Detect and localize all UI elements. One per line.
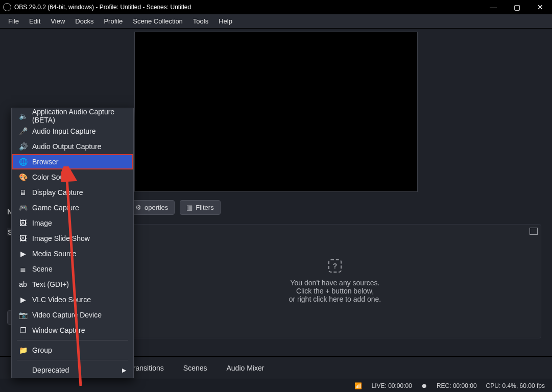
context-item-application-audio-capture-beta[interactable]: 🔈Application Audio Capture (BETA) — [12, 108, 133, 124]
context-item-media-source[interactable]: ▶Media Source — [12, 246, 133, 261]
separator — [17, 340, 128, 340]
status-live: LIVE: 00:00:00 — [371, 382, 412, 389]
context-item-image[interactable]: 🖼Image — [12, 215, 133, 231]
app-audio-icon: 🔈 — [19, 112, 27, 120]
menubar: File Edit View Docks Profile Scene Colle… — [0, 14, 552, 29]
speaker-icon: 🔊 — [19, 142, 27, 151]
context-item-window-capture[interactable]: ❐Window Capture — [12, 323, 133, 338]
context-item-label: Scene — [32, 265, 53, 273]
display-icon: 🖥 — [19, 188, 27, 197]
context-item-label: Deprecated — [32, 366, 69, 374]
context-item-audio-input-capture[interactable]: 🎤Audio Input Capture — [12, 124, 133, 139]
window-icon: ❐ — [19, 326, 27, 334]
dock-audio-mixer[interactable]: Audio Mixer — [221, 361, 271, 375]
camera-icon: 📷 — [19, 311, 27, 319]
context-item-scene[interactable]: ≣Scene — [12, 261, 133, 277]
context-item-deprecated[interactable]: Deprecated ▶ — [12, 362, 133, 378]
menu-profile[interactable]: Profile — [99, 14, 128, 28]
status-rec: REC: 00:00:00 — [437, 382, 477, 389]
context-item-label: VLC Video Source — [32, 296, 91, 304]
context-item-image-slide-show[interactable]: 🖼Image Slide Show — [12, 231, 133, 246]
image-icon: 🖼 — [19, 219, 27, 227]
context-item-browser[interactable]: 🌐Browser — [12, 154, 133, 169]
sources-empty-line1: You don't have any sources. — [291, 279, 380, 287]
maximize-button[interactable]: ▢ — [505, 0, 529, 14]
context-item-label: Video Capture Device — [32, 311, 102, 319]
menu-help[interactable]: Help — [213, 14, 237, 28]
mic-icon: 🎤 — [19, 127, 27, 135]
text-icon: ab — [19, 280, 27, 288]
record-icon: ⏺ — [421, 382, 427, 389]
preview-canvas[interactable] — [134, 32, 418, 192]
gear-icon: ⚙ — [135, 204, 141, 211]
chevron-right-icon: ▶ — [122, 367, 126, 374]
menu-tools[interactable]: Tools — [188, 14, 213, 28]
context-item-label: Game Capture — [32, 204, 79, 212]
sources-panel[interactable]: ? You don't have any sources. Click the … — [129, 224, 541, 338]
properties-partial-label: operties — [145, 204, 168, 211]
play-icon: ▶ — [19, 250, 27, 258]
context-item-audio-output-capture[interactable]: 🔊Audio Output Capture — [12, 139, 133, 154]
context-item-label: Image Slide Show — [32, 234, 90, 242]
separator — [17, 360, 128, 360]
context-item-label: Media Source — [32, 250, 76, 258]
context-item-vlc-video-source[interactable]: ▶VLC Video Source — [12, 292, 133, 307]
minimize-button[interactable]: — — [482, 0, 505, 14]
sources-empty-line3: or right click here to add one. — [289, 295, 381, 303]
context-item-color-source[interactable]: 🎨Color Source — [12, 169, 133, 185]
filters-button[interactable]: ▥ Filters — [180, 200, 220, 215]
menu-view[interactable]: View — [45, 14, 70, 28]
context-item-group[interactable]: 📁 Group — [12, 342, 133, 358]
context-item-text-gdi[interactable]: abText (GDI+) — [12, 277, 133, 292]
filters-icon: ▥ — [186, 204, 193, 211]
close-button[interactable]: ✕ — [529, 0, 552, 14]
context-item-label: Group — [32, 346, 52, 354]
obs-logo-icon — [3, 3, 11, 11]
popout-icon[interactable] — [530, 228, 538, 235]
filters-label: Filters — [196, 204, 213, 211]
gamepad-icon: 🎮 — [19, 204, 27, 212]
sources-empty-line2: Click the + button below, — [296, 287, 374, 295]
context-item-label: Display Capture — [32, 188, 83, 197]
status-bar: 📶 LIVE: 00:00:00 ⏺ REC: 00:00:00 CPU: 0.… — [0, 379, 552, 392]
context-item-label: Image — [32, 219, 52, 227]
context-item-label: Text (GDI+) — [32, 280, 69, 288]
context-item-label: Application Audio Capture (BETA) — [32, 108, 126, 124]
folder-icon: 📁 — [19, 346, 27, 354]
window-title: OBS 29.0.2 (64-bit, windows) - Profile: … — [14, 4, 482, 11]
play-icon: ▶ — [19, 296, 27, 304]
signal-icon: 📶 — [354, 382, 362, 389]
menu-docks[interactable]: Docks — [70, 14, 99, 28]
titlebar: OBS 29.0.2 (64-bit, windows) - Profile: … — [0, 0, 552, 14]
context-item-label: Browser — [32, 158, 58, 166]
question-icon: ? — [328, 259, 342, 273]
context-item-game-capture[interactable]: 🎮Game Capture — [12, 200, 133, 215]
context-item-label: Audio Input Capture — [32, 127, 96, 135]
menu-edit[interactable]: Edit — [24, 14, 45, 28]
context-item-label: Window Capture — [32, 326, 85, 334]
slideshow-icon: 🖼 — [19, 234, 27, 242]
menu-file[interactable]: File — [3, 14, 24, 28]
context-item-label: Color Source — [32, 173, 74, 181]
properties-button[interactable]: ⚙ operties — [129, 200, 175, 215]
globe-icon: 🌐 — [19, 158, 27, 166]
context-item-display-capture[interactable]: 🖥Display Capture — [12, 185, 133, 200]
color-icon: 🎨 — [19, 173, 27, 181]
status-cpu: CPU: 0.4%, 60.00 fps — [486, 382, 545, 389]
menu-scene-collection[interactable]: Scene Collection — [128, 14, 188, 28]
context-item-label: Audio Output Capture — [32, 142, 101, 151]
scene-icon: ≣ — [19, 265, 27, 273]
dock-scenes[interactable]: Scenes — [177, 361, 213, 375]
context-item-video-capture-device[interactable]: 📷Video Capture Device — [12, 307, 133, 323]
add-source-context-menu: 🔈Application Audio Capture (BETA)🎤Audio … — [11, 108, 134, 378]
